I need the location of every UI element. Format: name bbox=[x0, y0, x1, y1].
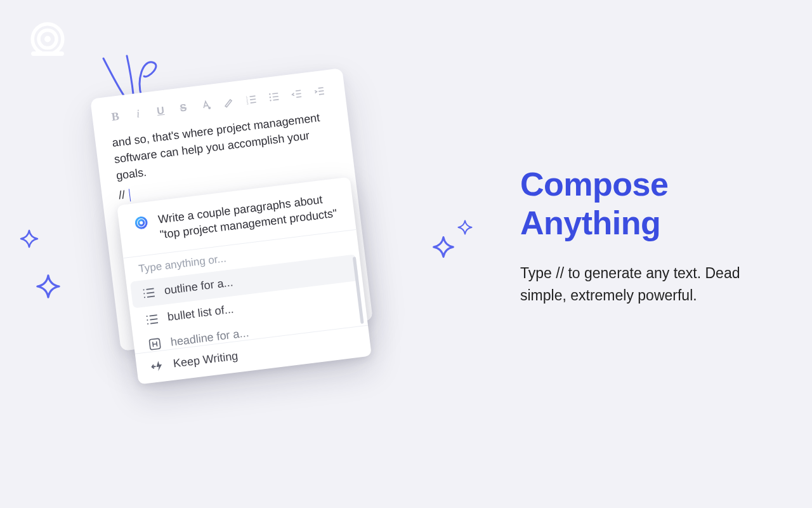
svg-point-15 bbox=[147, 316, 148, 317]
outdent-icon[interactable] bbox=[289, 87, 303, 101]
svg-text:3: 3 bbox=[246, 102, 249, 105]
svg-point-12 bbox=[143, 289, 144, 290]
svg-point-16 bbox=[147, 319, 148, 321]
svg-point-14 bbox=[144, 297, 145, 298]
highlight-icon[interactable] bbox=[221, 95, 235, 109]
unordered-list-icon[interactable] bbox=[267, 90, 281, 104]
heading-icon bbox=[147, 337, 163, 352]
compose-popover: Write a couple paragraphs about "top pro… bbox=[117, 177, 372, 385]
sparkle-icon bbox=[457, 219, 473, 236]
bolt-icon bbox=[150, 358, 166, 374]
sparkle-icon bbox=[35, 273, 62, 300]
svg-point-10 bbox=[135, 217, 147, 229]
indent-icon[interactable] bbox=[312, 84, 326, 98]
italic-icon[interactable]: i bbox=[131, 107, 145, 121]
sparkle-icon bbox=[431, 235, 455, 259]
list-icon bbox=[141, 285, 157, 301]
strikethrough-icon[interactable]: S bbox=[176, 101, 190, 115]
font-color-icon[interactable] bbox=[199, 98, 213, 112]
marketing-title-line1: Compose bbox=[520, 166, 668, 203]
list-icon bbox=[144, 312, 160, 328]
brand-logo bbox=[25, 19, 70, 64]
ordered-list-icon[interactable]: 123 bbox=[244, 93, 258, 107]
svg-point-2 bbox=[44, 36, 51, 43]
underline-icon[interactable]: U bbox=[154, 104, 167, 117]
popover-footer-label: Keep Writing bbox=[173, 349, 239, 370]
svg-point-7 bbox=[269, 93, 271, 95]
marketing-body: Type // to generate any text. Dead simpl… bbox=[520, 262, 768, 307]
svg-point-13 bbox=[143, 293, 145, 294]
svg-point-9 bbox=[270, 100, 272, 102]
svg-point-8 bbox=[270, 97, 272, 98]
marketing-title: Compose Anything bbox=[520, 165, 768, 243]
sparkle-icon bbox=[19, 229, 39, 249]
svg-point-17 bbox=[147, 323, 148, 324]
popover-option-label: outline for a... bbox=[164, 276, 234, 297]
bold-icon[interactable]: B bbox=[108, 109, 122, 123]
marketing-copy: Compose Anything Type // to generate any… bbox=[520, 165, 768, 307]
popover-option-label: bullet list of... bbox=[167, 303, 235, 324]
text-cursor bbox=[129, 189, 131, 201]
slash-trigger-text: // bbox=[118, 188, 129, 202]
brand-mini-logo-icon bbox=[132, 215, 150, 233]
marketing-title-line2: Anything bbox=[520, 204, 660, 241]
svg-point-11 bbox=[138, 220, 144, 225]
